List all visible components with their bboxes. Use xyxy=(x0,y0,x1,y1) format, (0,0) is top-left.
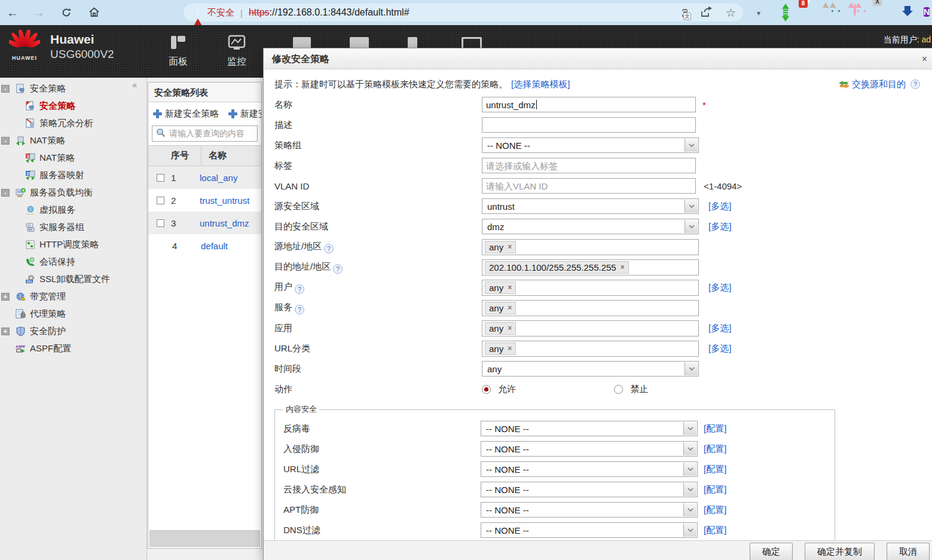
row-checkbox[interactable] xyxy=(157,174,164,182)
source-address-input[interactable]: any× xyxy=(482,239,699,255)
collapse-minus-icon[interactable]: - xyxy=(1,137,10,145)
ok-and-copy-button[interactable]: 确定并复制 xyxy=(805,543,875,560)
sidebar-item-virtual-service[interactable]: 虚拟服务 xyxy=(0,201,146,219)
chip-remove-icon[interactable]: × xyxy=(621,263,625,271)
url-category-multi-link[interactable]: [多选] xyxy=(708,343,731,354)
dns-filter-select[interactable]: -- NONE -- xyxy=(481,522,698,538)
sidebar-group-nat-policy[interactable]: - NAT策略 xyxy=(0,132,146,149)
select-policy-template-link[interactable]: [选择策略模板] xyxy=(511,79,570,90)
sidebar-group-security-policy[interactable]: - 安全策略 xyxy=(0,80,146,97)
chip-remove-icon[interactable]: × xyxy=(508,304,512,312)
ips-config-link[interactable]: [配置] xyxy=(704,443,726,455)
application-input[interactable]: any× xyxy=(482,320,699,336)
apt-defense-select[interactable]: -- NONE -- xyxy=(481,502,698,518)
source-zone-select[interactable]: untrust xyxy=(482,198,699,214)
url-filter-select[interactable]: -- NONE -- xyxy=(481,461,698,477)
service-input[interactable]: any× xyxy=(482,300,699,316)
onenote-extension-icon[interactable]: N xyxy=(924,5,930,20)
chevron-down-icon[interactable] xyxy=(685,200,698,213)
collapse-minus-icon[interactable]: - xyxy=(1,85,10,93)
cancel-button[interactable]: 取消 xyxy=(887,543,930,560)
cloud-access-config-link[interactable]: [配置] xyxy=(704,484,726,495)
row-checkbox[interactable] xyxy=(157,197,164,204)
policy-name-link[interactable]: local_any xyxy=(200,173,237,183)
help-icon[interactable]: ? xyxy=(324,244,334,253)
chevron-down-icon[interactable] xyxy=(683,463,696,476)
cloud-access-select[interactable]: -- NONE -- xyxy=(481,482,698,497)
time-range-select[interactable]: any xyxy=(482,361,699,377)
chevron-down-icon[interactable] xyxy=(685,139,698,152)
policy-name-link[interactable]: untrust_dmz xyxy=(200,218,249,228)
url-category-input[interactable]: any× xyxy=(482,341,699,357)
action-deny-radio[interactable] xyxy=(614,385,623,394)
sidebar-group-security-protection[interactable]: + 安全防护 xyxy=(0,323,146,340)
share-icon[interactable] xyxy=(701,6,713,20)
sidebar-group-aspf-config[interactable]: ASPF ASPF配置 xyxy=(0,340,146,357)
tag-input[interactable] xyxy=(482,158,696,173)
url-text[interactable]: https://192.168.0.1:8443/default.html# xyxy=(249,7,410,18)
user-multi-link[interactable]: [多选] xyxy=(708,282,731,293)
sidebar-group-server-load-balance[interactable]: - 服务器负载均衡 xyxy=(0,184,146,201)
chip-remove-icon[interactable]: × xyxy=(508,344,512,353)
policy-name-input[interactable]: untrust_dmz xyxy=(482,97,696,112)
help-icon[interactable]: ? xyxy=(910,79,920,89)
source-zone-multi-link[interactable]: [多选] xyxy=(708,201,731,212)
sidebar-item-security-policy[interactable]: 安全策略 xyxy=(0,97,146,115)
policy-group-select[interactable]: -- NONE -- xyxy=(482,137,699,153)
back-icon[interactable]: ← xyxy=(4,4,22,22)
horizontal-scrollbar[interactable] xyxy=(149,530,260,547)
new-policy-group-button[interactable]: 新建安 xyxy=(228,108,262,120)
chevron-down-icon[interactable] xyxy=(683,483,696,496)
policy-name-link[interactable]: trust_untrust xyxy=(200,195,249,206)
green-arrows-extension-icon[interactable] xyxy=(781,4,790,19)
chip-remove-icon[interactable]: × xyxy=(508,324,512,332)
nav-dashboard[interactable]: 面板 xyxy=(169,35,188,68)
url-filter-config-link[interactable]: [配置] xyxy=(704,464,726,475)
pink-cat-extension-icon[interactable] xyxy=(854,5,856,20)
dns-filter-config-link[interactable]: [配置] xyxy=(704,525,726,536)
sidebar-group-proxy-policy[interactable]: 代理策略 xyxy=(0,305,146,323)
policy-search-input[interactable]: 请输入要查询的内容 xyxy=(152,126,258,142)
sidebar-item-session-persistence[interactable]: 会话保持 xyxy=(0,253,146,271)
user-input[interactable]: any× xyxy=(482,280,699,296)
bookmark-star-icon[interactable]: ☆ xyxy=(726,6,736,20)
sidebar-item-server-mapping[interactable]: D 服务器映射 xyxy=(0,167,146,184)
chevron-down-icon[interactable] xyxy=(685,362,698,375)
home-icon[interactable] xyxy=(85,4,103,22)
sidebar-collapse-icon[interactable]: « xyxy=(132,80,137,90)
antivirus-select[interactable]: -- NONE -- xyxy=(481,421,698,436)
help-icon[interactable]: ? xyxy=(333,264,343,274)
address-bar[interactable]: ! 不安全 | https://192.168.0.1:8443/default… xyxy=(184,4,743,22)
reload-icon[interactable] xyxy=(57,4,75,22)
description-input[interactable] xyxy=(482,117,696,133)
close-icon[interactable]: × xyxy=(922,48,927,69)
action-allow-radio[interactable] xyxy=(482,385,491,394)
sidebar-item-ssl-offload-profile[interactable]: SSL SSL卸载配置文件 xyxy=(0,271,146,288)
collapse-plus-icon[interactable]: + xyxy=(1,328,10,335)
policy-name-link[interactable]: default xyxy=(201,241,228,251)
apt-defense-config-link[interactable]: [配置] xyxy=(704,504,726,516)
table-row[interactable]: 3 untrust_dmz xyxy=(148,212,261,234)
help-icon[interactable]: ? xyxy=(295,284,304,294)
chip-remove-icon[interactable]: × xyxy=(508,283,512,292)
ips-select[interactable]: -- NONE -- xyxy=(481,441,698,457)
security-warning-icon[interactable]: ! xyxy=(193,8,203,17)
dest-address-input[interactable]: 202.100.1.100/255.255.255.255× xyxy=(482,259,699,276)
help-icon[interactable]: ? xyxy=(295,305,304,314)
swap-src-dst-link[interactable]: 交换源和目的 xyxy=(852,79,906,90)
chevron-down-icon[interactable] xyxy=(683,524,696,537)
dest-zone-multi-link[interactable]: [多选] xyxy=(708,221,731,232)
chevron-down-icon[interactable] xyxy=(683,422,696,435)
table-row[interactable]: 1 local_any xyxy=(148,166,261,189)
antivirus-config-link[interactable]: [配置] xyxy=(704,423,726,434)
dest-zone-select[interactable]: dmz xyxy=(482,219,699,234)
nav-monitor[interactable]: 监控 xyxy=(227,35,246,68)
sidebar-group-bandwidth-management[interactable]: + 带宽管理 xyxy=(0,288,146,305)
table-row[interactable]: 2 trust_untrust xyxy=(148,189,261,212)
chevron-down-icon[interactable] xyxy=(683,503,696,516)
sidebar-item-nat-policy[interactable]: S NAT策略 xyxy=(0,149,146,167)
row-checkbox[interactable] xyxy=(157,219,164,227)
sidebar-item-real-server-group[interactable]: 实服务器组 xyxy=(0,219,146,236)
sidebar-item-policy-redundancy[interactable]: 策略冗余分析 xyxy=(0,115,146,132)
extensions-caret-icon[interactable]: ▾ xyxy=(757,9,760,25)
